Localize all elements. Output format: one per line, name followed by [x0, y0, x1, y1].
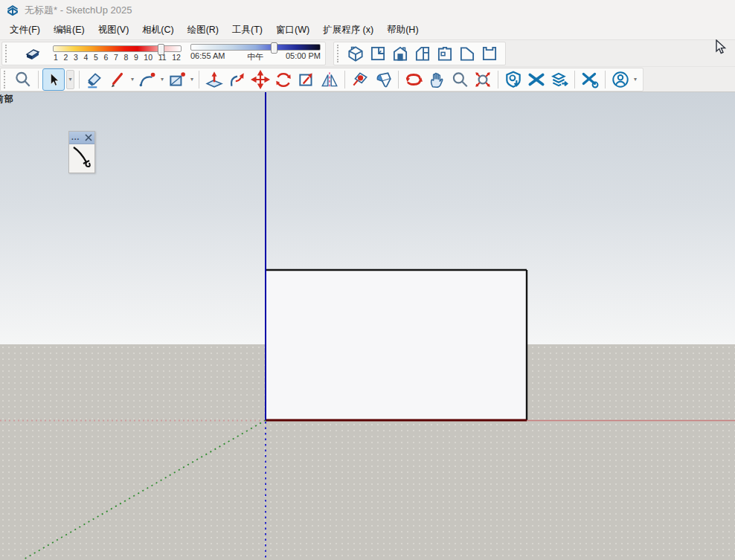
- extension-warehouse-icon[interactable]: [502, 68, 524, 91]
- month-tick: 10: [144, 53, 153, 62]
- green-axis-dotted: [22, 420, 266, 560]
- floating-toolbar-body: [69, 144, 94, 173]
- toolbar-drag-handle[interactable]: [4, 71, 7, 88]
- iso-view-icon[interactable]: [344, 42, 367, 65]
- time-slider-track[interactable]: [190, 44, 321, 51]
- arc-dropdown-caret[interactable]: ▾: [161, 76, 164, 83]
- extension-manager-icon[interactable]: [579, 68, 601, 91]
- shadow-toggle-icon[interactable]: [22, 42, 44, 65]
- toolbar-drag-handle[interactable]: [5, 45, 9, 62]
- menu-bar: 文件(F) 编辑(E) 视图(V) 相机(C) 绘图(R) 工具(T) 窗口(W…: [0, 21, 735, 40]
- floating-toolbar-grip[interactable]: ...: [71, 136, 80, 139]
- drawn-rectangle-face[interactable]: [266, 270, 527, 420]
- account-icon[interactable]: [609, 68, 632, 91]
- tools-toolbar: ▾ ▾ ▾: [0, 68, 643, 91]
- pushpull-tool-icon[interactable]: [203, 68, 225, 91]
- month-tick: 1: [54, 53, 58, 62]
- time-slider-labels: 06:55 AM 中午 05:00 PM: [190, 51, 321, 62]
- views-toolbar: [333, 42, 506, 65]
- floating-toolbar-titlebar[interactable]: ...: [69, 132, 94, 144]
- menu-tools[interactable]: 工具(T): [225, 21, 269, 39]
- toolbar-drag-handle[interactable]: [337, 45, 341, 62]
- flip-tool-icon[interactable]: [318, 68, 341, 91]
- pan-tool-icon[interactable]: [426, 68, 448, 91]
- rectangle-tool-icon[interactable]: [166, 68, 188, 91]
- share-model-icon[interactable]: [548, 68, 571, 91]
- front-view-icon[interactable]: [389, 42, 411, 65]
- search-icon[interactable]: [12, 68, 34, 91]
- month-tick: 9: [134, 53, 138, 62]
- select-dropdown-button[interactable]: ▾: [66, 70, 74, 89]
- followme-tool-icon[interactable]: [226, 68, 248, 91]
- month-tick: 12: [172, 53, 181, 62]
- tape-measure-icon[interactable]: [349, 68, 371, 91]
- pencil-dropdown-caret[interactable]: ▾: [131, 76, 134, 83]
- toolbar-row-tools: ▾ ▾ ▾: [0, 67, 735, 92]
- month-tick: 6: [103, 53, 108, 62]
- menu-window[interactable]: 窗口(W): [269, 21, 316, 39]
- move-tool-icon[interactable]: [249, 68, 272, 91]
- month-tick: 3: [74, 53, 78, 62]
- time-noon-label: 中午: [247, 51, 263, 62]
- view-name-label: 前部: [0, 93, 14, 106]
- zoom-extents-icon[interactable]: [472, 68, 494, 91]
- close-icon[interactable]: [84, 134, 92, 142]
- trimble-connect-icon[interactable]: [525, 68, 548, 91]
- paint-bucket-icon[interactable]: [372, 68, 394, 91]
- orbit-tool-icon[interactable]: [402, 68, 425, 91]
- month-tick: 7: [114, 53, 118, 62]
- sword-tool-icon[interactable]: [71, 145, 92, 172]
- rectangle-dropdown-caret[interactable]: ▾: [190, 76, 193, 83]
- date-slider-handle[interactable]: [158, 44, 164, 55]
- time-end-label: 05:00 PM: [286, 51, 321, 62]
- arc-tool-icon[interactable]: [136, 68, 158, 91]
- bottom-view-icon[interactable]: [478, 42, 501, 65]
- sketchup-window: { "window": { "title": "无标题* - SketchUp …: [0, 0, 735, 560]
- window-title: 无标题* - SketchUp 2025: [25, 4, 132, 17]
- menu-help[interactable]: 帮助(H): [380, 21, 425, 39]
- account-dropdown-caret[interactable]: ▾: [634, 76, 637, 83]
- back-view-icon[interactable]: [434, 42, 456, 65]
- drawing-canvas[interactable]: 前部 ...: [0, 92, 735, 560]
- menu-view[interactable]: 视图(V): [92, 21, 136, 39]
- shadow-time-slider[interactable]: 06:55 AM 中午 05:00 PM: [190, 44, 321, 62]
- shadow-toolbar: 1 2 3 4 5 6 7 8 9 10 11 12 06:55 AM 中午 0: [1, 42, 326, 65]
- time-start-label: 06:55 AM: [190, 51, 225, 62]
- menu-extensions[interactable]: 扩展程序 (x): [316, 21, 380, 39]
- select-tool-icon[interactable]: [42, 68, 65, 91]
- menu-edit[interactable]: 编辑(E): [47, 21, 92, 39]
- month-tick: 2: [63, 53, 68, 62]
- pencil-tool-icon[interactable]: [106, 68, 129, 91]
- left-view-icon[interactable]: [456, 42, 478, 65]
- scale-tool-icon[interactable]: [295, 68, 318, 91]
- shadow-date-slider[interactable]: 1 2 3 4 5 6 7 8 9 10 11 12: [53, 45, 182, 62]
- right-view-icon[interactable]: [411, 42, 434, 65]
- date-slider-track[interactable]: [53, 45, 182, 52]
- month-tick: 8: [123, 53, 128, 62]
- month-tick: 5: [94, 53, 98, 62]
- eraser-tool-icon[interactable]: [83, 68, 106, 91]
- menu-draw[interactable]: 绘图(R): [181, 21, 225, 39]
- toolbar-row-shadows-views: 1 2 3 4 5 6 7 8 9 10 11 12 06:55 AM 中午 0: [0, 40, 735, 67]
- menu-file[interactable]: 文件(F): [3, 21, 47, 39]
- rotate-tool-icon[interactable]: [272, 68, 295, 91]
- menu-camera[interactable]: 相机(C): [135, 21, 180, 39]
- month-tick: 4: [83, 53, 88, 62]
- top-view-icon[interactable]: [367, 42, 389, 65]
- zoom-tool-icon[interactable]: [449, 68, 471, 91]
- title-bar: 无标题* - SketchUp 2025: [0, 0, 735, 21]
- model-axes-and-geometry: [0, 92, 735, 560]
- floating-toolbar[interactable]: ...: [68, 131, 95, 173]
- sketchup-logo-icon: [6, 4, 19, 17]
- time-slider-handle[interactable]: [271, 42, 277, 54]
